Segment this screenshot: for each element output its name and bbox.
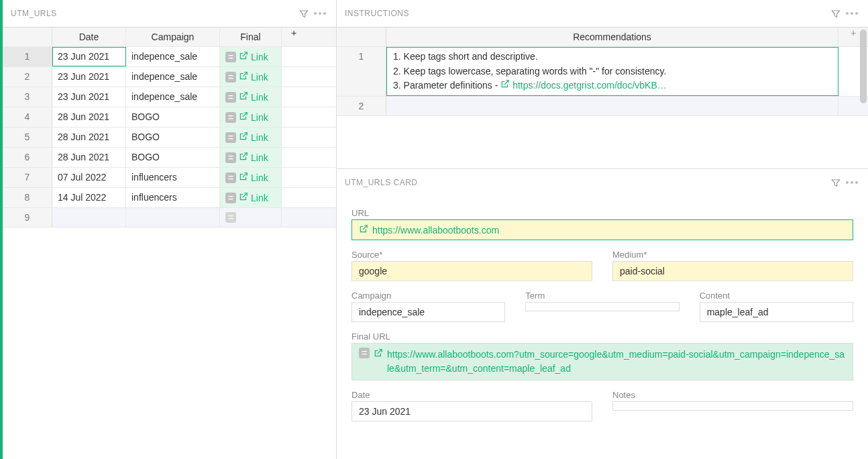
table-row[interactable]: 3 23 Jun 2021 indepence_sale = Link <box>3 87 336 107</box>
link-label: Link <box>251 112 268 123</box>
cell-date[interactable]: 28 Jun 2021 <box>52 128 126 147</box>
row-number[interactable]: 6 <box>3 148 52 167</box>
row-number[interactable]: 4 <box>3 107 52 127</box>
cell-campaign[interactable]: indepence_sale <box>126 87 220 107</box>
cell-final-link[interactable]: = Link <box>220 128 282 147</box>
label-content: Content <box>700 291 853 301</box>
cell-final-link[interactable]: = <box>220 208 282 227</box>
cell-date[interactable]: 07 Jul 2022 <box>52 168 126 187</box>
table-row[interactable]: 5 28 Jun 2021 BOGO = Link <box>3 128 336 148</box>
cell-final-link[interactable]: = Link <box>220 47 282 66</box>
link-label: Link <box>251 172 268 183</box>
cell-date[interactable]: 23 Jun 2021 <box>52 87 126 107</box>
row-number[interactable]: 2 <box>337 97 386 115</box>
table-row[interactable]: 7 07 Jul 2022 influencers = Link <box>3 168 336 188</box>
column-header-date[interactable]: Date <box>52 28 126 46</box>
table-row[interactable]: 4 28 Jun 2021 BOGO = Link <box>3 107 336 128</box>
url-field[interactable]: https://www.allabootboots.com <box>351 219 853 240</box>
label-notes: Notes <box>612 390 853 400</box>
filter-icon[interactable] <box>296 5 312 21</box>
cell-date[interactable]: 28 Jun 2021 <box>52 148 126 167</box>
utm-urls-grid: Date Campaign Final + 1 23 Jun 2021 inde… <box>3 27 336 227</box>
table-row[interactable]: 2 23 Jun 2021 indepence_sale = Link <box>3 67 336 87</box>
row-number[interactable]: 3 <box>3 87 52 107</box>
section-title: UTM_URLS Card <box>345 178 828 187</box>
add-column-button[interactable]: + <box>282 28 306 46</box>
cell-final-link[interactable]: = Link <box>220 148 282 167</box>
rec-line-1: 1. Keep tags short and descriptive. <box>393 51 538 62</box>
more-options-icon[interactable] <box>844 174 860 191</box>
rec-line-3-prefix: 3. Parameter definitions - <box>393 80 500 91</box>
cell-campaign[interactable]: indepence_sale <box>126 47 220 66</box>
cell-date[interactable]: 23 Jun 2021 <box>52 67 126 87</box>
cell-final-link[interactable]: = Link <box>220 107 282 127</box>
final-url-field[interactable]: = https://www.allabootboots.com?utm_sour… <box>351 343 853 380</box>
source-field[interactable]: google <box>351 261 592 281</box>
external-link-icon <box>239 111 248 123</box>
row-number[interactable]: 9 <box>3 208 52 227</box>
cell-date[interactable] <box>52 208 126 227</box>
instructions-header: INSTRUCTIONS <box>337 0 868 27</box>
table-row-empty[interactable]: 2 <box>337 97 868 116</box>
label-term: Term <box>525 291 679 301</box>
external-link-icon <box>239 172 248 183</box>
more-options-icon[interactable] <box>844 5 860 21</box>
medium-field[interactable]: paid-social <box>612 261 853 281</box>
table-row[interactable]: 1 23 Jun 2021 indepence_sale = Link <box>3 47 336 67</box>
rec-link[interactable]: https://docs.getgrist.com/doc/vbKB… <box>512 80 667 91</box>
more-options-icon[interactable] <box>312 5 328 21</box>
external-link-icon <box>500 80 510 91</box>
cell-campaign[interactable]: BOGO <box>126 148 220 167</box>
cell-date[interactable]: 14 Jul 2022 <box>52 188 126 207</box>
table-row[interactable]: 8 14 Jul 2022 influencers = Link <box>3 188 336 208</box>
external-link-icon <box>239 91 248 103</box>
cell-recommendations[interactable] <box>386 97 838 115</box>
section-title: INSTRUCTIONS <box>345 9 828 18</box>
formula-chip-icon: = <box>225 132 236 143</box>
filter-icon[interactable] <box>828 174 844 191</box>
cell-campaign[interactable]: BOGO <box>126 128 220 147</box>
card-header: UTM_URLS Card <box>337 169 868 196</box>
url-value: https://www.allabootboots.com <box>372 225 499 236</box>
row-number[interactable]: 2 <box>3 67 52 87</box>
link-label: Link <box>251 92 268 103</box>
cell-campaign[interactable]: indepence_sale <box>126 67 220 87</box>
cell-date[interactable]: 23 Jun 2021 <box>52 47 126 66</box>
cell-final-link[interactable]: = Link <box>220 188 282 207</box>
column-header-recommendations[interactable]: Recommendations <box>386 28 838 46</box>
formula-chip-icon: = <box>225 72 236 83</box>
cell-recommendations[interactable]: 1. Keep tags short and descriptive. 2. K… <box>386 47 838 96</box>
cell-final-link[interactable]: = Link <box>220 67 282 87</box>
content-field[interactable]: maple_leaf_ad <box>700 302 853 322</box>
row-number[interactable]: 7 <box>3 168 52 187</box>
column-header-campaign[interactable]: Campaign <box>126 28 220 46</box>
cell-campaign[interactable] <box>126 208 220 227</box>
cell-date[interactable]: 28 Jun 2021 <box>52 107 126 127</box>
table-row-empty[interactable]: 9 = <box>3 208 336 227</box>
date-field[interactable]: 23 Jun 2021 <box>351 401 592 421</box>
cell-campaign[interactable]: BOGO <box>126 107 220 127</box>
column-header-final[interactable]: Final <box>220 28 282 46</box>
label-url: URL <box>351 208 853 218</box>
row-number[interactable]: 1 <box>3 47 52 66</box>
cell-final-link[interactable]: = Link <box>220 87 282 107</box>
table-row[interactable]: 1 1. Keep tags short and descriptive. 2.… <box>337 47 868 97</box>
label-campaign: Campaign <box>351 291 505 301</box>
row-num-header <box>3 28 52 46</box>
scrollbar-thumb[interactable] <box>860 30 867 103</box>
table-row[interactable]: 6 28 Jun 2021 BOGO = Link <box>3 148 336 168</box>
row-number[interactable]: 5 <box>3 128 52 147</box>
formula-chip-icon: = <box>225 193 236 203</box>
cell-campaign[interactable]: influencers <box>126 168 220 187</box>
cell-final-link[interactable]: = Link <box>220 168 282 187</box>
row-number[interactable]: 8 <box>3 188 52 207</box>
cell-campaign[interactable]: influencers <box>126 188 220 207</box>
notes-field[interactable] <box>612 401 853 411</box>
external-link-icon <box>239 192 248 203</box>
filter-icon[interactable] <box>828 5 844 21</box>
row-number[interactable]: 1 <box>337 47 386 96</box>
campaign-field[interactable]: indepence_sale <box>351 302 505 322</box>
card-body: URL https://www.allabootboots.com Source… <box>337 196 868 434</box>
formula-chip-icon: = <box>225 112 236 123</box>
term-field[interactable] <box>525 302 679 311</box>
